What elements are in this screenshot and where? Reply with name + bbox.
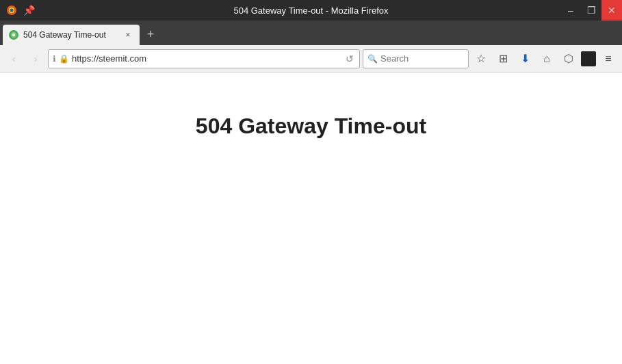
pocket-button[interactable]: ⬡ [559,49,578,68]
restore-button[interactable]: ❐ [581,0,601,21]
firefox-icon [5,4,18,16]
lock-icon: 🔒 [59,54,69,64]
title-bar-left: 📌 [0,0,35,21]
close-button[interactable]: ✕ [601,0,622,21]
error-heading: 504 Gateway Time-out [196,114,426,139]
search-bar: 🔍 [363,49,469,68]
home-button[interactable]: ⌂ [537,49,556,68]
download-button[interactable]: ⬇ [515,49,534,68]
search-input[interactable] [380,53,464,64]
minimize-button[interactable]: – [560,0,581,21]
forward-button[interactable]: › [26,49,45,68]
tab-close-button[interactable]: × [122,29,134,41]
info-icon[interactable]: ℹ [53,54,56,64]
title-bar: 📌 504 Gateway Time-out - Mozilla Firefox… [0,0,622,21]
search-icon: 🔍 [367,54,378,64]
url-input[interactable] [72,53,341,64]
title-bar-controls: – ❐ ✕ [560,0,622,21]
window-title: 504 Gateway Time-out - Mozilla Firefox [233,5,388,16]
bookmark-button[interactable]: ☆ [471,49,491,68]
page-content: 504 Gateway Time-out [0,73,622,364]
back-button[interactable]: ‹ [4,49,23,68]
toolbar: ‹ › ℹ 🔒 ↺ 🔍 ☆ ⊞ ⬇ ⌂ ⬡ ≡ [0,45,622,73]
active-tab[interactable]: 504 Gateway Time-out × [3,25,140,45]
reload-button[interactable]: ↺ [344,52,355,66]
tab-bar: 504 Gateway Time-out × + [0,21,622,45]
svg-point-5 [12,34,15,36]
clipboard-button[interactable]: ⊞ [493,49,513,68]
color-swatch[interactable] [581,51,596,66]
tab-favicon [8,29,19,40]
new-tab-button[interactable]: + [141,25,160,44]
address-bar: ℹ 🔒 ↺ [48,49,360,68]
svg-point-2 [10,9,14,12]
menu-button[interactable]: ≡ [599,49,618,68]
tab-title: 504 Gateway Time-out [23,30,118,40]
pin-icon[interactable]: 📌 [23,5,35,16]
